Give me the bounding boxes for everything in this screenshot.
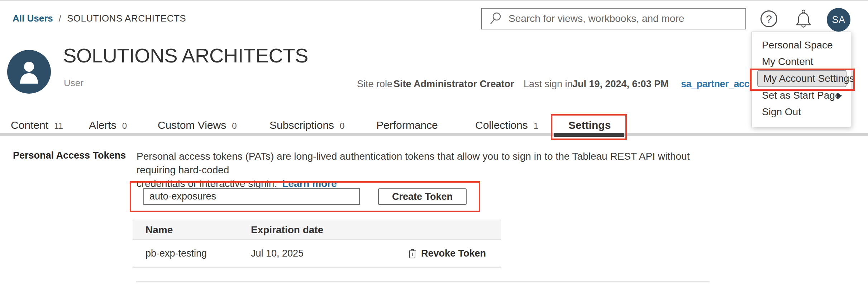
active-tab-indicator — [554, 133, 624, 137]
menu-item-sign-out[interactable]: Sign Out — [752, 104, 851, 120]
tokens-table-header: Name Expiration date — [133, 220, 501, 240]
tab-custom-views-count: 0 — [232, 121, 237, 131]
menu-item-my-content[interactable]: My Content — [752, 53, 851, 70]
tab-performance[interactable]: Performance — [376, 119, 438, 131]
tab-subscriptions-count: 0 — [340, 121, 344, 131]
breadcrumb-separator: / — [59, 13, 61, 24]
tab-alerts-count: 0 — [122, 121, 127, 131]
menu-item-personal-space[interactable]: Personal Space — [752, 37, 851, 53]
page-title: SOLUTIONS ARCHITECTS — [63, 44, 308, 67]
token-name-cell: pb-exp-testing — [133, 248, 251, 259]
tab-collections[interactable]: Collections1 — [475, 119, 538, 131]
bell-icon — [794, 9, 813, 29]
pat-description-line1: Personal access tokens (PATs) are long-l… — [137, 151, 690, 175]
tab-content[interactable]: Content11 — [11, 119, 63, 131]
site-role-label: Site role — [357, 79, 392, 90]
user-avatar — [7, 50, 51, 94]
column-header-expiration: Expiration date — [251, 224, 501, 236]
revoke-token-label: Revoke Token — [421, 248, 486, 259]
top-divider — [0, 0, 868, 1]
account-name-link[interactable]: sa_partner_accou — [681, 79, 761, 90]
breadcrumb: All Users/SOLUTIONS ARCHITECTS — [13, 13, 186, 24]
person-icon — [7, 50, 51, 94]
revoke-token-button[interactable]: Revoke Token — [408, 248, 501, 259]
avatar-initials: SA — [832, 14, 845, 25]
section-divider — [136, 281, 710, 282]
search-icon — [488, 11, 503, 26]
breadcrumb-current: SOLUTIONS ARCHITECTS — [67, 13, 186, 24]
tab-custom-views[interactable]: Custom Views0 — [158, 119, 237, 131]
pat-description: Personal access tokens (PATs) are long-l… — [137, 150, 724, 191]
user-role-subtitle: User — [64, 78, 84, 89]
menu-item-my-account-settings[interactable]: My Account Settings — [757, 70, 846, 87]
last-signin-value: Jul 19, 2024, 6:03 PM — [572, 79, 669, 90]
column-header-name: Name — [133, 224, 251, 236]
tab-alerts[interactable]: Alerts0 — [89, 119, 127, 131]
tab-collections-count: 1 — [534, 121, 538, 131]
account-avatar-button[interactable]: SA — [827, 8, 850, 32]
search-input[interactable] — [503, 9, 745, 29]
menu-item-set-as-start-page[interactable]: ▶ Set as Start Page — [752, 87, 851, 104]
notifications-button[interactable] — [794, 9, 813, 29]
search-box[interactable] — [481, 8, 746, 29]
last-signin-label: Last sign in — [524, 79, 573, 90]
tab-content-count: 11 — [54, 121, 63, 131]
tab-subscriptions[interactable]: Subscriptions0 — [270, 119, 344, 131]
pat-section-label: Personal Access Tokens — [13, 150, 126, 161]
account-dropdown-menu: Personal Space My Content My Account Set… — [752, 32, 851, 127]
learn-more-link[interactable]: Learn more — [282, 178, 337, 189]
help-icon: ? — [766, 13, 772, 25]
create-token-button[interactable]: Create Token — [378, 188, 467, 205]
site-role-value: Site Administrator Creator — [394, 79, 514, 90]
table-row: pb-exp-testing Jul 10, 2025 Revoke Token — [133, 240, 501, 268]
breadcrumb-all-users-link[interactable]: All Users — [13, 13, 53, 24]
token-name-input[interactable] — [143, 188, 360, 205]
token-expiration-cell: Jul 10, 2025 — [251, 248, 408, 259]
help-button[interactable]: ? — [760, 10, 777, 27]
tabs-underline-bar — [0, 133, 868, 136]
tableau-user-settings-page: All Users/SOLUTIONS ARCHITECTS ? SA SOLU… — [0, 0, 868, 305]
tokens-table: Name Expiration date pb-exp-testing Jul … — [133, 220, 501, 268]
pat-description-line2: credentials or interactive signin. — [137, 178, 277, 189]
trash-icon — [408, 248, 417, 259]
tab-settings[interactable]: Settings — [568, 119, 611, 131]
